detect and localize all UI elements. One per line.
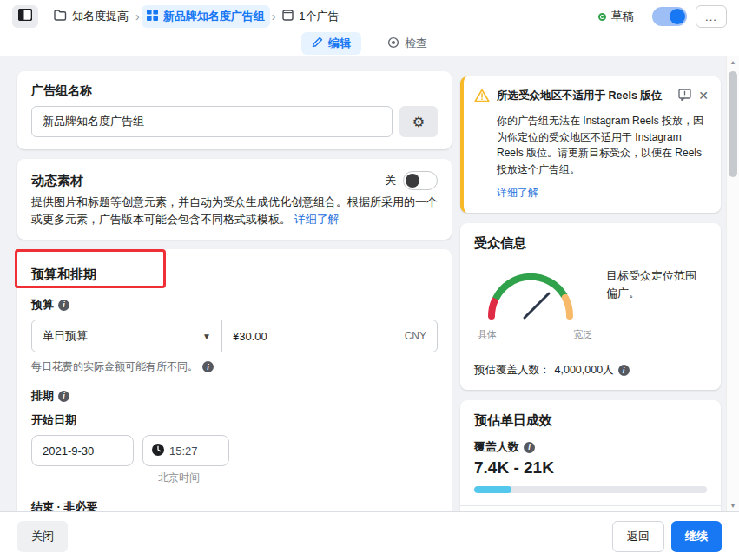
warning-learn-more-link[interactable]: 详细了解 — [497, 187, 538, 199]
start-time-value: 15:27 — [169, 445, 198, 458]
folder-icon — [54, 10, 67, 23]
estimated-results-title: 预估单日成效 — [474, 412, 707, 429]
ads-manager-dialog: 知名度提高 › 新品牌知名度广告组 › 1个广告 草稿 ... — [0, 0, 739, 560]
draft-status-label: 草稿 — [611, 9, 634, 24]
gauge-label-broad: 宽泛 — [573, 328, 592, 341]
dynamic-creative-title: 动态素材 — [31, 173, 83, 189]
estimated-results-card: 预估单日成效 覆盖人数i 7.4K - 21K 预估数据的准确性受往期广告系列数… — [460, 400, 721, 511]
start-time-input[interactable]: 15:27 — [142, 435, 229, 466]
dynamic-creative-card: 动态素材 关 提供图片和标题等创意元素，并自动为受众生成优化创意组合。根据所采用… — [17, 159, 452, 240]
form-column: 广告组名称 新品牌知名度广告组 ⚙ 动态素材 关 提供图片和标题等创意元素，并自… — [17, 71, 452, 511]
divider — [643, 8, 643, 25]
audience-summary: 目标受众定位范围偏广。 — [596, 260, 707, 341]
top-bar-right: 草稿 ... — [598, 5, 727, 28]
budget-amount-input[interactable]: ¥30.00 CNY — [222, 320, 437, 352]
ad-page-icon — [282, 10, 294, 23]
divider — [474, 352, 707, 352]
budget-amount-value: ¥30.00 — [233, 330, 267, 343]
start-date-label: 开始日期 — [31, 412, 438, 428]
breadcrumb-separator: › — [135, 10, 140, 23]
adset-name-card: 广告组名称 新品牌知名度广告组 ⚙ — [17, 71, 452, 149]
scrollbar-thumb[interactable] — [729, 71, 737, 177]
collapse-panel-button[interactable] — [12, 5, 38, 28]
adset-name-label: 广告组名称 — [31, 83, 438, 99]
budget-schedule-card: 预算和排期 预算i 单日预算 ▼ ¥30.00 CNY 每日花费的实际金额可能有… — [17, 249, 452, 511]
reach-label: 预估覆盖人数： — [474, 363, 551, 378]
end-label: 结束 · 非必要 — [31, 499, 438, 511]
tab-review[interactable]: 检查 — [377, 32, 438, 55]
reach-metric-value: 7.4K - 21K — [474, 458, 707, 478]
pencil-icon — [312, 36, 323, 50]
reels-warning-card: 所选受众地区不适用于 Reels 版位 ✕ 你的广告组无法在 Instagram… — [460, 76, 721, 213]
reach-progress-track — [474, 486, 707, 493]
scroll-down-arrow[interactable]: ▼ — [727, 499, 739, 511]
continue-button[interactable]: 继续 — [671, 521, 722, 552]
info-icon[interactable]: i — [58, 391, 69, 402]
adset-grid-icon — [147, 10, 158, 23]
toggle-knob — [670, 9, 685, 24]
adset-active-toggle[interactable] — [652, 7, 687, 26]
vertical-scrollbar[interactable]: ▲ ▼ — [726, 56, 739, 511]
dynamic-creative-description: 提供图片和标题等创意元素，并自动为受众生成优化创意组合。根据所采用的一个或更多元… — [31, 194, 438, 227]
warning-triangle-icon — [474, 89, 490, 106]
reach-metric-label: 覆盖人数i — [474, 439, 707, 455]
clock-icon — [152, 444, 164, 458]
toggle-state-label: 关 — [385, 173, 396, 188]
chevron-down-icon: ▼ — [202, 332, 211, 341]
name-settings-button[interactable]: ⚙ — [399, 106, 438, 137]
tab-edit-label: 编辑 — [328, 36, 351, 51]
draft-status-badge: 草稿 — [598, 9, 634, 24]
budget-note: 每日花费的实际金额可能有所不同。i — [31, 359, 438, 374]
dynamic-creative-toggle[interactable] — [403, 171, 438, 190]
schedule-label: 排期i — [31, 388, 438, 404]
more-options-button[interactable]: ... — [696, 5, 727, 28]
budget-schedule-title: 预算和排期 — [31, 261, 438, 283]
sidebar-panel-icon — [18, 9, 32, 24]
estimated-reach-row: 预估覆盖人数： 4,000,000人 i — [474, 363, 707, 378]
start-date-input[interactable]: 2021-9-30 — [31, 435, 134, 466]
warning-title: 所选受众地区不适用于 Reels 版位 — [497, 89, 671, 104]
close-icon[interactable]: ✕ — [698, 89, 709, 102]
adset-name-input[interactable]: 新品牌知名度广告组 — [31, 106, 393, 137]
learn-more-link[interactable]: 详细了解 — [294, 213, 340, 226]
breadcrumb-campaign-label: 知名度提高 — [72, 9, 129, 24]
divider — [460, 505, 721, 506]
tab-review-label: 检查 — [405, 36, 427, 51]
back-button[interactable]: 返回 — [612, 521, 664, 552]
breadcrumb-campaign[interactable]: 知名度提高 — [49, 5, 134, 28]
budget-label: 预算i — [31, 297, 438, 313]
content-area: 广告组名称 新品牌知名度广告组 ⚙ 动态素材 关 提供图片和标题等创意元素，并自… — [0, 56, 739, 511]
budget-input-group: 单日预算 ▼ ¥30.00 CNY — [31, 320, 438, 352]
breadcrumb-adset[interactable]: 新品牌知名度广告组 — [142, 5, 270, 28]
footer-bar: 关闭 返回 继续 — [0, 511, 739, 560]
review-eye-icon — [387, 36, 399, 51]
top-bar: 知名度提高 › 新品牌知名度广告组 › 1个广告 草稿 ... — [0, 0, 739, 33]
budget-type-select[interactable]: 单日预算 ▼ — [32, 320, 222, 352]
warning-body: 你的广告组无法在 Instagram Reels 投放，因为你定位的受众地区不适… — [497, 113, 709, 177]
breadcrumb-ad-label: 1个广告 — [299, 9, 339, 24]
reach-value: 4,000,000人 — [555, 363, 614, 378]
reach-progress-fill — [474, 486, 511, 493]
audience-gauge: 具体 宽泛 — [474, 260, 596, 341]
toggle-knob — [406, 174, 419, 188]
insights-column: 所选受众地区不适用于 Reels 版位 ✕ 你的广告组无法在 Instagram… — [460, 71, 721, 511]
gear-icon: ⚙ — [412, 114, 425, 130]
info-icon[interactable]: i — [58, 300, 69, 311]
budget-type-value: 单日预算 — [43, 328, 88, 344]
info-icon[interactable]: i — [202, 361, 214, 372]
timezone-label: 北京时间 — [158, 471, 438, 485]
feedback-bubble-icon[interactable] — [678, 89, 691, 104]
currency-label: CNY — [405, 330, 426, 342]
breadcrumb-ad[interactable]: 1个广告 — [277, 5, 344, 28]
audience-card: 受众信息 具体 宽泛 目标受众定位范围 — [460, 223, 721, 390]
draft-status-icon — [598, 13, 606, 21]
close-button[interactable]: 关闭 — [17, 521, 68, 552]
breadcrumb-adset-label: 新品牌知名度广告组 — [163, 9, 265, 24]
scroll-up-arrow[interactable]: ▲ — [727, 56, 739, 68]
gauge-label-specific: 具体 — [478, 328, 497, 341]
tab-bar: 编辑 检查 — [0, 33, 739, 56]
info-icon[interactable]: i — [618, 365, 630, 376]
audience-title: 受众信息 — [474, 235, 707, 252]
tab-edit[interactable]: 编辑 — [301, 32, 361, 55]
info-icon[interactable]: i — [524, 442, 535, 453]
